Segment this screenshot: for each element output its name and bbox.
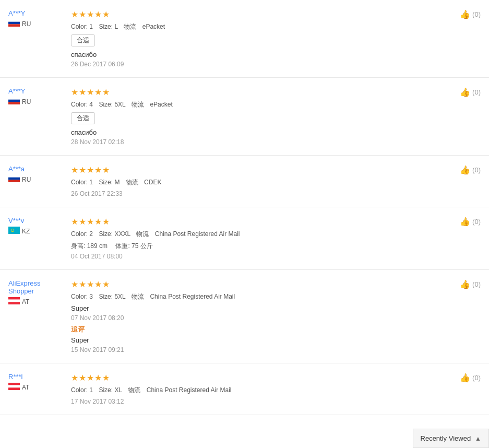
star-icon: ★ — [79, 373, 86, 383]
like-button[interactable]: 👍 (0) — [460, 87, 481, 97]
svg-rect-6 — [8, 175, 20, 178]
review-date: 17 Nov 2017 03:12 — [71, 398, 481, 405]
svg-point-11 — [11, 229, 14, 231]
star-rating: ★★★★★ — [71, 217, 481, 227]
like-count: (0) — [472, 218, 481, 226]
review-content: ★★★★★ Color: 2 Size: XXXL 物流 China Post … — [66, 217, 481, 260]
star-rating: ★★★★★ — [71, 9, 481, 19]
svg-rect-13 — [8, 300, 20, 302]
star-icon: ★ — [79, 165, 86, 175]
review-text: спасибо — [71, 51, 481, 58]
logistics-label: 物流 — [132, 101, 144, 108]
svg-rect-4 — [8, 100, 20, 102]
flag-icon — [8, 297, 20, 306]
logistics-value: ePacket — [150, 101, 172, 108]
star-icon: ★ — [102, 373, 110, 383]
followup-date: 15 Nov 2017 09:21 — [71, 346, 481, 353]
star-icon: ★ — [87, 87, 94, 97]
like-button[interactable]: 👍 (0) — [460, 217, 481, 227]
followup-label: 追评 — [71, 325, 481, 334]
star-icon: ★ — [87, 165, 94, 175]
like-button[interactable]: 👍 (0) — [460, 279, 481, 289]
thumbs-up-icon: 👍 — [460, 373, 470, 383]
review-item: A***Y RU ★★★★★ Color: 4 Size: 5XL 物流 ePa… — [0, 78, 489, 156]
like-count: (0) — [472, 88, 481, 96]
review-item: R***l AT ★★★★★ Color: 1 Size: XL 物流 Chin… — [0, 363, 489, 415]
flag-icon — [8, 175, 20, 184]
country-label: RU — [22, 176, 31, 183]
review-meta: Color: 2 Size: XXXL 物流 China Post Regist… — [71, 230, 481, 239]
flag-icon — [8, 97, 20, 106]
svg-rect-8 — [8, 180, 20, 182]
color-meta: Color: 3 — [71, 293, 93, 300]
star-icon: ★ — [102, 279, 110, 289]
star-icon: ★ — [79, 217, 86, 227]
like-section[interactable]: 👍 (0) — [460, 9, 481, 19]
review-content: ★★★★★ Color: 4 Size: 5XL 物流 ePacket 合适 с… — [66, 87, 481, 146]
svg-rect-17 — [8, 387, 20, 390]
reviewer-info: A***Y RU — [8, 87, 66, 106]
country-label: AT — [22, 384, 29, 391]
review-meta: Color: 3 Size: 5XL 物流 China Post Registe… — [71, 292, 481, 301]
star-icon: ★ — [94, 87, 102, 97]
like-section[interactable]: 👍 (0) — [460, 217, 481, 227]
reviewer-country: RU — [8, 175, 31, 184]
star-icon: ★ — [94, 279, 102, 289]
like-button[interactable]: 👍 (0) — [460, 373, 481, 383]
weight-label: 体重: 75 公斤 — [115, 242, 152, 250]
star-icon: ★ — [94, 165, 102, 175]
reviewer-name: AliExpress Shopper — [8, 279, 66, 295]
svg-rect-15 — [8, 383, 20, 385]
logistics-label: 物流 — [136, 230, 149, 238]
star-icon: ★ — [102, 9, 110, 19]
flag-icon — [8, 19, 20, 28]
logistics-value: ePacket — [142, 23, 165, 30]
review-item: AliExpress Shopper AT ★★★★★ Color: 3 Siz… — [0, 270, 489, 363]
reviewer-name: A***Y — [8, 87, 26, 95]
review-date: 04 Oct 2017 08:00 — [71, 253, 481, 260]
like-button[interactable]: 👍 (0) — [460, 9, 481, 19]
svg-rect-7 — [8, 178, 20, 180]
svg-rect-16 — [8, 385, 20, 388]
reviewer-country: AT — [8, 297, 29, 306]
star-icon: ★ — [71, 373, 78, 383]
review-item: A***Y RU ★★★★★ Color: 1 Size: L 物流 ePack… — [0, 0, 489, 78]
color-meta: Color: 1 — [71, 23, 93, 30]
like-button[interactable]: 👍 (0) — [460, 165, 481, 175]
like-section[interactable]: 👍 (0) — [460, 165, 481, 175]
reviewer-info: R***l AT — [8, 373, 66, 392]
reviewer-info: AliExpress Shopper AT — [8, 279, 66, 306]
reviewer-country: KZ — [8, 227, 30, 235]
review-text: Super — [71, 304, 481, 312]
like-section[interactable]: 👍 (0) — [460, 373, 481, 383]
like-section[interactable]: 👍 (0) — [460, 87, 481, 97]
review-date: 28 Nov 2017 02:18 — [71, 138, 481, 146]
reviewer-name: R***l — [8, 373, 22, 381]
color-meta: Color: 1 — [71, 386, 93, 394]
reviewer-info: A***Y RU — [8, 9, 66, 28]
logistics-value: China Post Registered Air Mail — [150, 293, 235, 300]
like-section[interactable]: 👍 (0) — [460, 279, 481, 289]
thumbs-up-icon: 👍 — [460, 217, 470, 227]
country-label: AT — [22, 298, 29, 305]
country-label: KZ — [22, 228, 30, 235]
review-text: спасибо — [71, 128, 481, 136]
logistics-label: 物流 — [126, 179, 138, 186]
star-icon: ★ — [71, 217, 78, 227]
fit-tag: 合适 — [71, 34, 95, 46]
color-meta: Color: 4 — [71, 101, 93, 108]
star-icon: ★ — [102, 217, 110, 227]
reviewer-country: RU — [8, 19, 31, 28]
review-date: 26 Oct 2017 22:33 — [71, 190, 481, 197]
size-meta: Size: M — [99, 179, 120, 186]
thumbs-up-icon: 👍 — [460, 87, 470, 97]
star-icon: ★ — [102, 87, 110, 97]
thumbs-up-icon: 👍 — [460, 9, 470, 19]
thumbs-up-icon: 👍 — [460, 165, 470, 175]
country-label: RU — [22, 20, 31, 28]
review-date: 26 Dec 2017 06:09 — [71, 61, 481, 68]
svg-rect-1 — [8, 22, 20, 25]
reviewer-info: V***v KZ — [8, 217, 66, 235]
star-icon: ★ — [94, 9, 102, 19]
size-meta: Size: XL — [99, 386, 122, 394]
